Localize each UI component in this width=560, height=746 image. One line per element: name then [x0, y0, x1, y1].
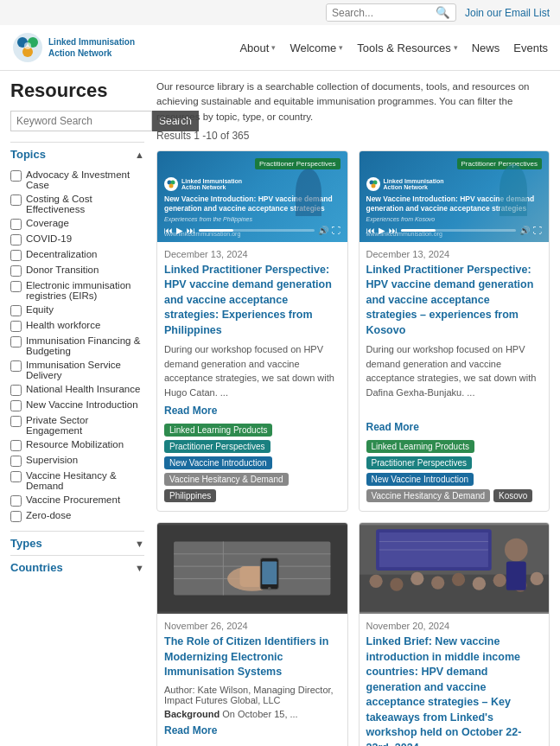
filter-types-header[interactable]: Types ▼ [10, 532, 144, 555]
filter-topics-header[interactable]: Topics ▲ [10, 143, 144, 166]
card-2-tags: Linked Learning Products Practitioner Pe… [366, 440, 543, 502]
card-1-video-subtitle: Experiences from the Philippines [164, 216, 340, 222]
topic-equity[interactable]: Equity [10, 303, 144, 318]
card-1-website: www.linkedimmunisation.org [164, 231, 240, 237]
topics-chevron-icon: ▲ [135, 150, 144, 160]
topic-national-health[interactable]: National Health Insurance [10, 382, 144, 398]
card-3-author: Author: Kate Wilson, Managing Director, … [164, 685, 340, 705]
card-2-excerpt: During our workshop focused on HPV deman… [366, 342, 543, 416]
logo-icon [12, 32, 43, 63]
card-4: November 20, 2024 Linked Brief: New vacc… [359, 522, 550, 746]
nav-about[interactable]: About▾ [239, 41, 276, 54]
card-1-tag-0[interactable]: Linked Learning Products [164, 424, 272, 437]
topic-coverage-checkbox[interactable] [10, 219, 22, 230]
card-1-fullscreen-icon[interactable]: ⛶ [332, 226, 340, 235]
topic-vaccine-procurement-checkbox[interactable] [10, 495, 22, 507]
card-2-tag-4[interactable]: Kosovo [493, 489, 532, 502]
topic-immunisation-service[interactable]: Immunisation Service Delivery [10, 358, 144, 382]
card-3-background: Background On October 15, ... [164, 709, 340, 719]
card-3-title[interactable]: The Role of Citizen Identifiers in Moder… [164, 634, 340, 680]
topic-vaccine-procurement[interactable]: Vaccine Procurement [10, 493, 144, 508]
topic-costing[interactable]: Costing & Cost Effectiveness [10, 192, 144, 216]
card-1-body: December 13, 2024 Linked Practitioner Pe… [157, 242, 347, 512]
topic-coverage[interactable]: Coverage [10, 216, 144, 232]
card-1-date: December 13, 2024 [164, 249, 340, 259]
topic-private-sector[interactable]: Private Sector Engagement [10, 413, 144, 437]
topic-supervision-checkbox[interactable] [10, 456, 22, 467]
card-1-tag-1[interactable]: Practitioner Perspectives [164, 440, 270, 453]
main-layout: Resources Search Topics ▲ Advocacy & Inv… [0, 71, 560, 746]
topic-donor-transition[interactable]: Donor Transition [10, 263, 144, 278]
keyword-search-input[interactable] [10, 111, 152, 131]
card-1-volume-icon[interactable]: 🔊 [318, 226, 328, 235]
card-2-tag-3[interactable]: Vaccine Hesitancy & Demand [366, 489, 491, 502]
logo[interactable]: Linked Immunisation Action Network [12, 32, 135, 63]
topic-eirs-checkbox[interactable] [10, 281, 22, 292]
topic-health-workforce-checkbox[interactable] [10, 321, 22, 332]
card-2-tag-0[interactable]: Linked Learning Products [366, 440, 474, 453]
svg-point-32 [530, 572, 543, 585]
card-1-person-shape [296, 169, 321, 216]
svg-point-33 [504, 539, 527, 562]
card-4-title[interactable]: Linked Brief: New vaccine introduction i… [366, 634, 543, 746]
nav-welcome[interactable]: Welcome▾ [290, 41, 343, 54]
topic-new-vaccine[interactable]: New Vaccine Introduction [10, 398, 144, 413]
card-3-body: November 26, 2024 The Role of Citizen Id… [157, 614, 347, 746]
topic-covid19[interactable]: COVID-19 [10, 232, 144, 247]
nav-news[interactable]: News [472, 41, 500, 54]
topic-immunisation-financing[interactable]: Immunisation Financing & Budgeting [10, 334, 144, 358]
svg-point-21 [268, 587, 271, 590]
card-2-tag-2[interactable]: New Vaccine Introduction [366, 473, 474, 486]
page-title: Resources [10, 80, 144, 102]
topic-vaccine-hesitancy-checkbox[interactable] [10, 471, 22, 482]
card-3-date: November 26, 2024 [164, 621, 340, 631]
topic-decentralization[interactable]: Decentralization [10, 247, 144, 263]
card-2-read-more[interactable]: Read More [366, 421, 543, 433]
topic-national-health-checkbox[interactable] [10, 385, 22, 396]
topic-immunisation-financing-checkbox[interactable] [10, 336, 22, 347]
top-search-button[interactable]: 🔍 [430, 4, 455, 21]
nav-events[interactable]: Events [513, 41, 548, 54]
email-list-link[interactable]: Join our Email List [465, 7, 550, 19]
card-2-tag-1[interactable]: Practitioner Perspectives [366, 456, 473, 469]
top-search-input[interactable] [327, 5, 430, 21]
topic-advocacy[interactable]: Advocacy & Investment Case [10, 168, 144, 192]
topic-health-workforce[interactable]: Health workforce [10, 318, 144, 334]
card-1-tag-3[interactable]: Vaccine Hesitancy & Demand [164, 473, 289, 486]
topic-zero-dose-checkbox[interactable] [10, 511, 22, 522]
topic-private-sector-checkbox[interactable] [10, 416, 22, 427]
card-1-tag-2[interactable]: New Vaccine Introduction [164, 456, 272, 469]
topic-donor-transition-checkbox[interactable] [10, 265, 22, 277]
svg-point-7 [169, 183, 174, 188]
topic-supervision[interactable]: Supervision [10, 453, 144, 469]
topic-costing-checkbox[interactable] [10, 194, 22, 206]
card-2-date: December 13, 2024 [366, 249, 543, 259]
card-1-title[interactable]: Linked Practitioner Perspective: HPV vac… [164, 263, 340, 339]
topic-eirs[interactable]: Electronic immunisation registries (EIRs… [10, 278, 144, 303]
card-2-person-shape [500, 164, 527, 216]
card-2-website: www.linkedimmunisation.org [366, 231, 442, 237]
topic-covid19-checkbox[interactable] [10, 234, 22, 245]
topic-immunisation-service-checkbox[interactable] [10, 360, 22, 372]
topic-resource-mobilization[interactable]: Resource Mobilization [10, 437, 144, 453]
card-1-tag-4[interactable]: Philippines [164, 489, 216, 502]
topic-zero-dose[interactable]: Zero-dose [10, 508, 144, 524]
card-2-volume-icon[interactable]: 🔊 [519, 226, 530, 235]
card-4-date: November 20, 2024 [366, 621, 543, 631]
topic-decentralization-checkbox[interactable] [10, 250, 22, 261]
card-2-title[interactable]: Linked Practitioner Perspective: HPV vac… [366, 263, 543, 339]
card-3-image-svg [157, 523, 347, 614]
topic-advocacy-checkbox[interactable] [10, 170, 22, 182]
topic-equity-checkbox[interactable] [10, 305, 22, 316]
filter-topics: Topics ▲ Advocacy & Investment Case Cost… [10, 142, 144, 531]
topic-vaccine-hesitancy[interactable]: Vaccine Hesitancy & Demand [10, 469, 144, 493]
filter-countries-header[interactable]: Countries ▼ [10, 556, 144, 579]
topic-new-vaccine-checkbox[interactable] [10, 400, 22, 411]
card-2-fullscreen-icon[interactable]: ⛶ [533, 226, 542, 235]
card-3-read-more[interactable]: Read More [164, 724, 340, 736]
filter-types: Types ▼ [10, 531, 144, 555]
topic-resource-mobilization-checkbox[interactable] [10, 440, 22, 451]
top-bar: 🔍 Join our Email List [0, 0, 560, 25]
nav-tools-resources[interactable]: Tools & Resources▾ [357, 41, 457, 54]
card-1-read-more[interactable]: Read More [164, 405, 340, 417]
